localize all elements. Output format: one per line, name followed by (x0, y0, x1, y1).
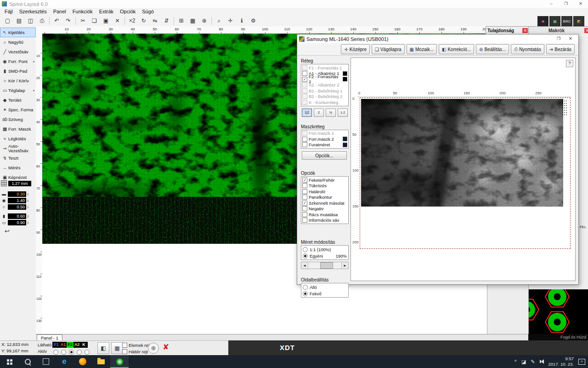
print-icon[interactable]: ⎙ (36, 16, 48, 26)
chevron-down-icon[interactable]: ▾ (33, 89, 34, 92)
tray-app-icon[interactable]: ◪ (521, 359, 526, 365)
start-button[interactable] (0, 355, 18, 368)
dialog-button-3[interactable]: ◧Korrekció... (439, 44, 474, 54)
duplicate-x2-icon[interactable]: ×2 (126, 16, 138, 26)
layer-combo-button-3[interactable]: ½ (326, 109, 336, 117)
active-layer-radio-F2[interactable] (69, 350, 74, 355)
value-field-3[interactable]: 0.60 (8, 213, 26, 219)
value-field-2[interactable]: 0.50 (8, 204, 26, 210)
tool-7[interactable]: ◆Terület (0, 95, 36, 105)
tool-9[interactable]: abSzöveg (0, 115, 36, 124)
delete-icon[interactable]: ✕ (112, 16, 123, 26)
snap-settings-icon[interactable]: ⊕ (148, 343, 159, 354)
speaker-icon[interactable] (540, 359, 544, 364)
value-stepper-0[interactable]: ‖ (27, 192, 28, 196)
scale-scrollbar[interactable]: ◄ ► (301, 262, 349, 269)
close-icon[interactable]: ✕ (584, 28, 588, 33)
menu-item-4[interactable]: Extrák (96, 8, 117, 15)
measure-cross-icon[interactable]: ✛ (225, 16, 236, 26)
orientation-portrait-radio[interactable] (303, 285, 308, 290)
option-checkbox-2[interactable] (302, 189, 307, 194)
tool-13[interactable]: ↯Teszt (0, 153, 36, 163)
orientation-landscape-radio[interactable] (303, 291, 308, 296)
option-checkbox-1[interactable] (302, 183, 307, 188)
dialog-button-1[interactable]: ❏Vágólapra (372, 44, 405, 54)
maximize-button[interactable]: ❐ (559, 0, 573, 8)
board-view-icon[interactable]: ▦ (111, 342, 123, 354)
tool-5[interactable]: ○Kör / Körív (0, 76, 36, 86)
rotate-icon[interactable]: ↻ (138, 16, 149, 26)
option-checkbox-0[interactable]: ✓ (302, 178, 307, 183)
active-layer-radio-A2[interactable] (77, 350, 82, 355)
mask-checkbox-0[interactable] (302, 131, 307, 136)
active-layer-radio-A1[interactable] (61, 350, 66, 355)
tool-3[interactable]: ◉Forr. Pont▾ (0, 57, 36, 66)
layer-checkbox-0[interactable] (302, 65, 307, 70)
value-stepper-2[interactable]: ‖ (27, 205, 28, 209)
tool-6[interactable]: ▭Téglalap▾ (0, 86, 36, 95)
layer-checkbox-5[interactable] (302, 94, 307, 99)
mask-checkbox-1[interactable] (302, 137, 307, 142)
dialog-button-2[interactable]: ▦Mozaik... (407, 44, 437, 54)
layer-checkbox-1[interactable] (302, 71, 307, 76)
grid-icon[interactable]: ▦ (187, 16, 198, 26)
taskbar-edge[interactable]: e (55, 355, 74, 368)
tool-0[interactable]: ↖Kijelölés (0, 28, 36, 37)
taskbar-firefox[interactable] (74, 355, 92, 368)
plugin-grid-icon[interactable]: ▦ (549, 16, 560, 26)
value-stepper-1[interactable]: ‖ (27, 199, 28, 203)
menu-item-6[interactable]: Súgó (139, 8, 157, 15)
menu-item-2[interactable]: Panel (50, 8, 69, 15)
close-icon[interactable]: ✕ (522, 28, 528, 33)
tool-1[interactable]: ⌕Nagyító (0, 37, 36, 47)
tray-chevron-icon[interactable]: ^ (514, 359, 517, 364)
layer-checkbox-4[interactable] (302, 88, 307, 93)
taskbar-sprint-layout[interactable] (110, 355, 129, 368)
menu-item-3[interactable]: Funkciók (69, 8, 96, 15)
plugin-magenta-icon[interactable]: ● (537, 16, 548, 26)
tool-2[interactable]: ╱Vezetősáv (0, 47, 36, 57)
layer-chip-K[interactable]: K (80, 342, 87, 348)
dialog-button-6[interactable]: ➔Bezárás (546, 44, 575, 54)
tab-panel-1[interactable]: Panel - 1 (37, 334, 62, 341)
new-document-icon[interactable]: ▢ (2, 16, 13, 26)
taskbar-explorer[interactable] (92, 355, 110, 368)
active-layer-radio-F1[interactable] (53, 350, 58, 355)
copy-icon[interactable]: ❏ (89, 16, 100, 26)
tool-8[interactable]: ✶Spec. Forma (0, 105, 36, 115)
dialog-title-bar[interactable]: Samsung ML-1640 Series (USB001) ❐✕ (297, 34, 578, 43)
search-button[interactable] (18, 355, 37, 368)
zoom-icon[interactable]: ⌕ (213, 16, 225, 26)
layer-chip-A2[interactable]: A2 (74, 342, 80, 348)
tool-12[interactable]: ⇒Auto-Vezetősáv (0, 144, 36, 153)
value-field-1[interactable]: 1.40 (8, 198, 26, 203)
active-layer-radio-K[interactable] (85, 350, 90, 355)
layer-checkbox-2[interactable]: ✓ (302, 77, 307, 82)
grid-icon[interactable] (1, 180, 7, 186)
close-button[interactable]: ✕ (573, 0, 588, 8)
option-checkbox-3[interactable] (302, 195, 307, 200)
info-icon[interactable]: ℹ (236, 16, 248, 26)
macro-preview-canvas[interactable] (529, 289, 588, 340)
hide-background-checkbox[interactable] (122, 349, 127, 354)
align-icon[interactable]: ⊞ (175, 16, 187, 26)
menu-item-0[interactable]: Fájl (1, 8, 16, 15)
hide-elements-checkbox[interactable] (122, 343, 127, 348)
open-folder-icon[interactable]: ▤ (13, 16, 25, 26)
size-1to1-radio[interactable] (303, 247, 308, 252)
menu-item-1[interactable]: Szerkesztés (16, 8, 50, 15)
layer-checkbox-3[interactable] (302, 82, 307, 87)
flip-horizontal-icon[interactable]: ⇋ (149, 16, 161, 26)
dialog-maximize-button[interactable]: ❐ (553, 35, 565, 43)
value-stepper-3[interactable]: ‖ (27, 214, 28, 218)
no-soldermask-icon[interactable]: ✘ (163, 342, 169, 352)
action-center-icon[interactable]: ≡ (578, 359, 585, 365)
scroll-left-icon[interactable]: ◄ (301, 262, 308, 269)
tool-11[interactable]: ≈Légkötés (0, 134, 36, 144)
layer-combo-button-2[interactable]: 2 (314, 109, 324, 117)
dialog-button-0[interactable]: ✛Középre (341, 44, 370, 54)
collapse-arrow-icon[interactable]: ↩ (5, 228, 10, 235)
scrollbar-thumb[interactable] (320, 262, 333, 269)
tab-properties[interactable]: Tulajdonság ✕ (486, 26, 530, 34)
option-checkbox-4[interactable]: ✓ (302, 201, 307, 206)
